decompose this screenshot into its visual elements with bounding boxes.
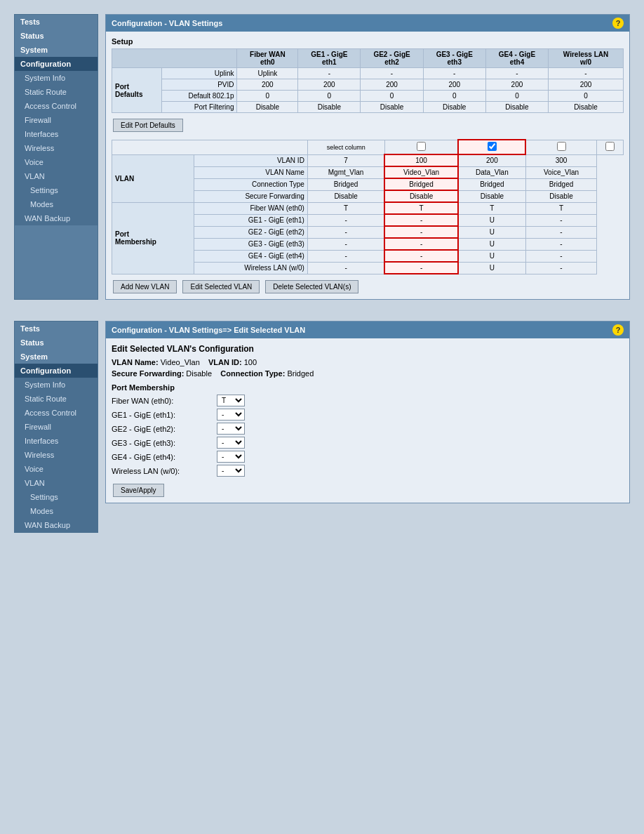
sidebar2-item-wireless[interactable]: Wireless bbox=[15, 448, 98, 462]
sidebar2-item-tests[interactable]: Tests bbox=[15, 322, 98, 336]
td-uplink-wl: - bbox=[549, 68, 624, 79]
td-pvid-ge2: 200 bbox=[361, 79, 423, 91]
sidebar-item-system-info[interactable]: System Info bbox=[15, 71, 98, 85]
sidebar2-item-system-info[interactable]: System Info bbox=[15, 378, 98, 392]
sidebar2-item-interfaces[interactable]: Interfaces bbox=[15, 434, 98, 448]
sidebar2-item-status[interactable]: Status bbox=[15, 336, 98, 350]
help-icon-2[interactable]: ? bbox=[612, 324, 624, 336]
sidebar-item-voice[interactable]: Voice bbox=[15, 155, 98, 169]
sidebar-item-wireless[interactable]: Wireless bbox=[15, 141, 98, 155]
sidebar-item-static-route[interactable]: Static Route bbox=[15, 85, 98, 99]
sidebar2-item-firewall[interactable]: Firewall bbox=[15, 420, 98, 434]
th-wireless: Wireless LANw/0 bbox=[549, 49, 624, 68]
sidebar2-item-access-control[interactable]: Access Control bbox=[15, 406, 98, 420]
td-conn-3: Bridged bbox=[458, 178, 525, 190]
td-conn-1: Bridged bbox=[307, 178, 384, 190]
sidebar-item-system[interactable]: System bbox=[15, 43, 98, 57]
td-pm-ge2-3: U bbox=[458, 226, 525, 238]
td-pf-fiber: Disable bbox=[237, 102, 298, 113]
sidebar2-item-modes[interactable]: Modes bbox=[15, 504, 98, 518]
td-conn-2: Bridged bbox=[384, 178, 458, 190]
vlan-name-info: VLAN Name: Video_Vlan VLAN ID: 100 bbox=[112, 358, 624, 366]
td-pf-ge3: Disable bbox=[423, 102, 485, 113]
edit-vlan-panel: Configuration - VLAN Settings=> Edit Sel… bbox=[105, 321, 630, 503]
td-pm-ge3-4: - bbox=[525, 238, 596, 250]
td-vlan-id-4: 300 bbox=[525, 154, 596, 166]
edit-port-defaults-button[interactable]: Edit Port Defaults bbox=[113, 119, 183, 132]
port-select-wl[interactable]: - T U bbox=[217, 465, 245, 477]
pm-ge4-label: GE4 - GigE (eth4) bbox=[194, 250, 307, 262]
vlan-id-value: 100 bbox=[244, 358, 257, 366]
td-cb3[interactable] bbox=[525, 140, 596, 154]
table-row: Default 802.1p 0 0 0 0 0 0 bbox=[112, 91, 624, 102]
td-vlan-name-1: Mgmt_Vlan bbox=[307, 166, 384, 178]
section1: Tests Status System Configuration System… bbox=[0, 14, 644, 300]
td-pm-wl-2: - bbox=[384, 262, 458, 274]
pm-ge1-label: GE1 - GigE (eth1) bbox=[194, 214, 307, 226]
save-apply-button[interactable]: Save/Apply bbox=[113, 484, 164, 497]
sidebar2-item-voice[interactable]: Voice bbox=[15, 462, 98, 476]
td-pm-ge3-3: U bbox=[458, 238, 525, 250]
sec-fwd-label: Secure Forwarding bbox=[194, 190, 307, 202]
sidebar2-item-configuration[interactable]: Configuration bbox=[15, 364, 98, 378]
table-row: VLAN VLAN ID 7 100 200 300 bbox=[112, 154, 624, 166]
vlan-id-label: VLAN ID bbox=[194, 154, 307, 166]
td-pvid-ge1: 200 bbox=[298, 79, 361, 91]
port-select-ge2[interactable]: - T U bbox=[217, 423, 245, 435]
help-icon-1[interactable]: ? bbox=[612, 18, 624, 29]
td-pvid-ge3: 200 bbox=[423, 79, 485, 91]
vlan-name-label: VLAN Name: bbox=[112, 358, 159, 366]
port-select-fiber[interactable]: T U - bbox=[217, 395, 245, 406]
table-row: PortMembership Fiber WAN (eth0) T T T T bbox=[112, 202, 624, 214]
delete-selected-vlan-button[interactable]: Delete Selected VLAN(s) bbox=[265, 280, 358, 293]
port-row-wl: Wireless LAN (w/0): - T U bbox=[112, 465, 624, 477]
sidebar2-item-wan-backup[interactable]: WAN Backup bbox=[15, 518, 98, 532]
panel-title-1: Configuration - VLAN Settings bbox=[112, 19, 222, 27]
sidebar-item-modes[interactable]: Modes bbox=[15, 197, 98, 211]
td-cb4[interactable] bbox=[597, 140, 624, 154]
port-row-ge4: GE4 - GigE (eth4): - T U bbox=[112, 451, 624, 463]
checkbox-vlan1[interactable] bbox=[417, 142, 426, 151]
table-row: Port Filtering Disable Disable Disable D… bbox=[112, 102, 624, 113]
sidebar-item-wan-backup[interactable]: WAN Backup bbox=[15, 211, 98, 225]
sidebar-item-settings[interactable]: Settings bbox=[15, 183, 98, 197]
uplink-label: Uplink bbox=[161, 68, 237, 79]
section2: Tests Status System Configuration System… bbox=[0, 321, 644, 533]
td-dot1p-fiber: 0 bbox=[237, 91, 298, 102]
sidebar2: Tests Status System Configuration System… bbox=[14, 321, 98, 533]
add-new-vlan-button[interactable]: Add New VLAN bbox=[113, 280, 177, 293]
td-select-col-label: select column bbox=[307, 140, 384, 154]
sidebar2-item-settings[interactable]: Settings bbox=[15, 490, 98, 504]
vlan-settings-panel: Configuration - VLAN Settings ? Setup Fi… bbox=[105, 14, 630, 300]
checkbox-vlan4[interactable] bbox=[605, 142, 615, 151]
sidebar-item-firewall[interactable]: Firewall bbox=[15, 113, 98, 127]
checkbox-vlan3[interactable] bbox=[557, 142, 566, 151]
td-pm-ge2-4: - bbox=[525, 226, 596, 238]
sidebar-item-tests[interactable]: Tests bbox=[15, 15, 98, 29]
td-cb2[interactable] bbox=[458, 140, 525, 154]
td-vlan-name-3: Data_Vlan bbox=[458, 166, 525, 178]
sidebar2-item-vlan[interactable]: VLAN bbox=[15, 476, 98, 490]
sidebar-item-access-control[interactable]: Access Control bbox=[15, 99, 98, 113]
sidebar2-item-system[interactable]: System bbox=[15, 350, 98, 364]
pm-fiber-label: Fiber WAN (eth0) bbox=[194, 202, 307, 214]
td-cb1[interactable] bbox=[384, 140, 458, 154]
sidebar2-item-static-route[interactable]: Static Route bbox=[15, 392, 98, 406]
td-pm-wl-1: - bbox=[307, 262, 384, 274]
port-select-ge3[interactable]: - T U bbox=[217, 437, 245, 449]
sidebar-item-status[interactable]: Status bbox=[15, 29, 98, 43]
sec-fwd-label-edit: Secure Forwarding: bbox=[112, 369, 184, 378]
vlan-table: select column VLAN VLAN bbox=[112, 139, 624, 274]
port-select-ge4[interactable]: - T U bbox=[217, 451, 245, 463]
td-pm-ge4-3: U bbox=[458, 250, 525, 262]
sidebar-item-vlan[interactable]: VLAN bbox=[15, 169, 98, 183]
td-dot1p-ge3: 0 bbox=[423, 91, 485, 102]
port-label-ge1: GE1 - GigE (eth1): bbox=[112, 411, 217, 419]
sidebar-item-interfaces[interactable]: Interfaces bbox=[15, 127, 98, 141]
sidebar-item-configuration[interactable]: Configuration bbox=[15, 57, 98, 71]
port-select-ge1[interactable]: - T U bbox=[217, 409, 245, 421]
edit-vlan-body: Edit Selected VLAN's Configuration VLAN … bbox=[106, 338, 629, 503]
edit-selected-vlan-button[interactable]: Edit Selected VLAN bbox=[182, 280, 260, 293]
checkbox-vlan2[interactable] bbox=[488, 142, 497, 151]
th-ge2: GE2 - GigEeth2 bbox=[361, 49, 423, 68]
